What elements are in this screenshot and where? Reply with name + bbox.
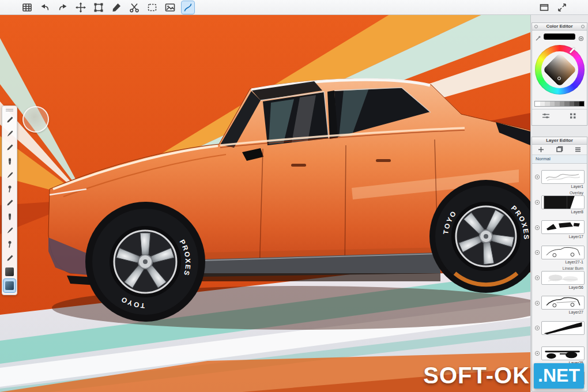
brush-texture-dark[interactable] <box>3 265 16 278</box>
layer-row[interactable] <box>533 316 586 341</box>
layer-editor-panel: Layer Editor Normal Layer1 <box>532 137 587 391</box>
undo-icon <box>39 2 51 13</box>
layer-visibility-icon[interactable] <box>534 300 540 306</box>
layer-thumbnail[interactable] <box>541 246 585 259</box>
blend-mode-value: Normal <box>536 156 551 161</box>
layer-blend-mode <box>541 165 585 170</box>
layer-visibility-icon[interactable] <box>534 275 540 281</box>
layer-visibility-icon[interactable] <box>534 350 540 356</box>
scissors-icon <box>129 2 140 13</box>
curve-icon <box>182 2 194 13</box>
brush-paintbrush[interactable] <box>3 182 16 195</box>
brush-texture-selected[interactable] <box>3 279 16 292</box>
grid-menu-icon[interactable] <box>21 1 33 14</box>
brush-pencil[interactable] <box>3 113 16 126</box>
layer-menu-icon[interactable] <box>574 146 582 153</box>
gray-swatch[interactable] <box>564 101 570 106</box>
import-image-tool[interactable] <box>164 1 176 14</box>
gray-swatch[interactable] <box>560 101 565 106</box>
selection-icon <box>146 2 158 13</box>
layer-thumbnail[interactable] <box>541 170 585 184</box>
brush-airbrush[interactable] <box>3 196 16 209</box>
layer-row[interactable]: Layer1 <box>533 165 586 190</box>
watermark-text: SOFT-OK <box>423 363 530 389</box>
duplicate-layer-icon[interactable] <box>556 146 563 153</box>
brush-marker[interactable] <box>3 154 16 168</box>
pencil-tool[interactable] <box>110 1 123 14</box>
palette-grid-icon[interactable] <box>568 112 578 119</box>
layer-thumbnail[interactable] <box>541 346 585 360</box>
color-editor-panel: Color Editor <box>532 22 587 126</box>
layer-editor-header[interactable]: Layer Editor <box>532 137 587 145</box>
layer-row[interactable]: Linear Burn Layer56 <box>533 266 586 291</box>
sketch-app-window: PROXES TOYO <box>0 0 588 392</box>
gray-swatch[interactable] <box>545 101 550 106</box>
gray-swatch[interactable] <box>555 101 560 106</box>
fullscreen-button[interactable] <box>556 1 568 14</box>
redo-button[interactable] <box>56 1 69 14</box>
brush-flat[interactable] <box>3 210 16 223</box>
layer-visibility-icon[interactable] <box>534 225 540 231</box>
pencil-icon <box>111 2 122 13</box>
layer-blend-mode <box>541 240 585 246</box>
brush-palette <box>2 105 17 295</box>
layer-thumbnail[interactable] <box>541 220 585 234</box>
texture-brush-thumb <box>5 267 14 276</box>
gray-swatch[interactable] <box>579 101 585 106</box>
layer-thumbnail[interactable] <box>541 195 585 209</box>
gray-swatch[interactable] <box>540 101 545 106</box>
brush-ink-pen[interactable] <box>3 141 16 154</box>
layer-name: Layer1 <box>541 184 585 189</box>
move-tool[interactable] <box>74 1 87 14</box>
brush-smudge[interactable] <box>3 224 16 237</box>
layer-thumbnail[interactable] <box>541 296 585 310</box>
layer-name <box>541 335 585 340</box>
brush-splatter[interactable] <box>3 251 16 265</box>
palette-grip[interactable] <box>2 108 17 112</box>
brush-ballpoint[interactable] <box>3 127 16 140</box>
gray-swatch[interactable] <box>550 101 555 106</box>
layer-row[interactable]: Overlay Layer8 <box>533 190 586 215</box>
window-icon <box>538 2 550 13</box>
curve-tool[interactable] <box>182 1 194 14</box>
transform-icon <box>93 2 104 13</box>
layer-row[interactable]: Layer17 <box>533 215 586 240</box>
cut-tool[interactable] <box>128 1 141 14</box>
color-wheel-area <box>532 42 587 100</box>
layer-thumbnail[interactable] <box>541 271 585 285</box>
front-wheel: PROXES TOYO <box>92 209 198 315</box>
gray-swatch[interactable] <box>570 101 575 106</box>
blend-mode-selector[interactable]: Normal <box>532 155 587 164</box>
panel-pin-icon[interactable] <box>534 25 538 28</box>
toolbar-right-group <box>538 1 588 14</box>
undo-button[interactable] <box>39 1 51 14</box>
layer-row[interactable]: Layer27-1 <box>533 240 586 265</box>
sliders-icon[interactable] <box>541 112 551 119</box>
panel-detach-icon[interactable] <box>581 25 585 28</box>
brush-size-puck[interactable] <box>22 106 49 133</box>
layer-row[interactable]: Layer27 <box>533 291 586 315</box>
right-panel-rail: Color Editor <box>530 15 588 392</box>
drawing-canvas[interactable]: PROXES TOYO <box>0 15 530 392</box>
window-layout-button[interactable] <box>538 1 551 14</box>
brush-color-icon[interactable] <box>535 33 541 39</box>
brush-chisel[interactable] <box>3 168 16 182</box>
layer-visibility-icon[interactable] <box>534 325 540 331</box>
layer-visibility-icon[interactable] <box>534 199 540 205</box>
paintbrush-icon <box>6 185 14 193</box>
current-color-swatch[interactable] <box>544 33 575 40</box>
color-editor-header[interactable]: Color Editor <box>532 23 587 31</box>
gray-swatch[interactable] <box>574 101 579 106</box>
layer-thumbnail[interactable] <box>541 321 585 335</box>
selection-tool[interactable] <box>146 1 159 14</box>
color-picker-dot[interactable] <box>557 77 561 80</box>
brush-fill[interactable] <box>3 238 16 251</box>
layer-row[interactable]: Layer25 <box>533 341 586 366</box>
canvas-artwork: PROXES TOYO <box>0 15 530 392</box>
transform-tool[interactable] <box>92 1 105 14</box>
add-layer-icon[interactable] <box>537 146 545 153</box>
gray-swatch[interactable] <box>535 101 540 106</box>
layer-visibility-icon[interactable] <box>534 174 540 180</box>
eyedropper-icon[interactable] <box>578 33 584 39</box>
layer-visibility-icon[interactable] <box>534 250 540 255</box>
